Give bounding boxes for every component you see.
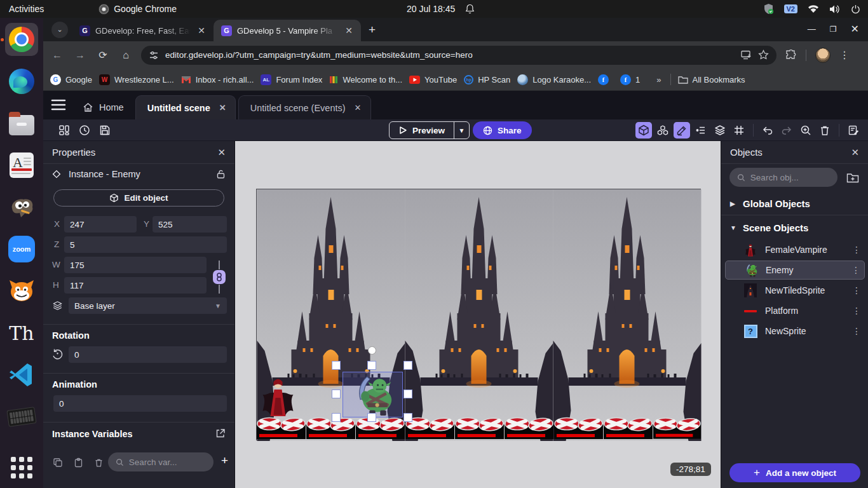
activities-button[interactable]: Activities bbox=[9, 4, 44, 14]
object-row-enemy[interactable]: Enemy ⋮ bbox=[725, 261, 865, 280]
layers-icon[interactable] bbox=[712, 122, 728, 139]
dock-edge[interactable] bbox=[5, 65, 38, 98]
bookmark-welcome[interactable]: Welcome to th... bbox=[329, 75, 402, 85]
bookmark-star-icon[interactable] bbox=[758, 50, 769, 60]
tab-untitled-scene-events[interactable]: Untitled scene (Events) ✕ bbox=[238, 95, 371, 119]
profile-avatar[interactable] bbox=[815, 48, 831, 63]
bookmark-facebook-2[interactable]: f1 bbox=[620, 74, 640, 85]
new-tab-button[interactable]: + bbox=[369, 23, 376, 37]
open-external-icon[interactable] bbox=[215, 428, 226, 438]
resize-handle-ne[interactable] bbox=[403, 361, 412, 370]
link-dimensions-icon[interactable] bbox=[213, 270, 226, 284]
tab-home[interactable]: Home bbox=[71, 95, 135, 119]
grid-icon[interactable] bbox=[731, 122, 747, 139]
toggle-3d-view-icon[interactable] bbox=[635, 122, 652, 139]
chrome-menu-kebab-icon[interactable]: ⋮ bbox=[836, 46, 853, 64]
scene-objects-group[interactable]: ▼ Scene Objects bbox=[721, 220, 868, 235]
scene-canvas[interactable]: -278;81 bbox=[235, 141, 721, 488]
object-row-femalevampire[interactable]: FemaleVampire ⋮ bbox=[725, 240, 865, 259]
undo-icon[interactable] bbox=[759, 122, 776, 139]
trash-icon[interactable] bbox=[92, 456, 105, 470]
resize-handle-se[interactable] bbox=[403, 413, 412, 422]
close-panel-icon[interactable]: ✕ bbox=[217, 147, 226, 158]
system-clock[interactable]: 20 Jul 18:45 bbox=[407, 4, 455, 14]
dock-chrome[interactable] bbox=[5, 23, 38, 56]
dock-files[interactable] bbox=[5, 107, 38, 140]
open-project-manager-icon[interactable] bbox=[56, 122, 72, 139]
focused-app-menu[interactable]: Google Chrome bbox=[98, 4, 177, 15]
version-history-icon[interactable] bbox=[76, 122, 93, 139]
objects-search-input[interactable] bbox=[750, 173, 830, 182]
selection-rectangle[interactable] bbox=[342, 372, 403, 417]
bookmark-forum-index[interactable]: ALForum Index bbox=[261, 74, 322, 85]
dock-zoom[interactable]: zoom bbox=[5, 233, 38, 266]
bookmark-facebook-1[interactable]: f bbox=[598, 74, 613, 85]
tab-close-icon[interactable]: ✕ bbox=[196, 25, 207, 36]
resize-handle-e[interactable] bbox=[403, 390, 412, 398]
edit-object-button[interactable]: Edit object bbox=[53, 189, 224, 207]
add-variable-button[interactable]: + bbox=[221, 454, 228, 468]
add-new-object-button[interactable]: + Add a new object bbox=[729, 463, 860, 482]
main-menu-hamburger-icon[interactable] bbox=[51, 98, 66, 112]
window-maximize-button[interactable]: ❐ bbox=[830, 25, 837, 34]
instances-list-icon[interactable] bbox=[693, 122, 709, 139]
browser-tab-2[interactable]: G GDevelop 5 - Vampire Pla ✕ bbox=[214, 20, 361, 41]
scene-viewport[interactable] bbox=[256, 189, 701, 440]
kebab-menu-icon[interactable]: ⋮ bbox=[852, 326, 861, 336]
object-row-newtiledsprite[interactable]: NewTiledSprite ⋮ bbox=[725, 281, 865, 300]
kebab-menu-icon[interactable]: ⋮ bbox=[852, 306, 861, 316]
dock-scratch[interactable] bbox=[5, 274, 38, 308]
close-tab-icon[interactable]: ✕ bbox=[355, 103, 362, 112]
z-input[interactable] bbox=[64, 236, 227, 253]
y-input[interactable] bbox=[153, 216, 227, 233]
objects-list-icon[interactable] bbox=[654, 122, 671, 139]
rotation-input[interactable] bbox=[69, 346, 227, 363]
w-input[interactable] bbox=[64, 257, 207, 273]
share-button[interactable]: Share bbox=[473, 121, 532, 139]
extensions-puzzle-icon[interactable] bbox=[785, 50, 797, 61]
url-omnibox[interactable]: editor.gdevelop.io/?utm_campaign=try&utm… bbox=[141, 46, 776, 65]
bookmark-logo-karaoke[interactable]: Logo Karaoke... bbox=[517, 74, 591, 85]
layer-select[interactable]: Base layer ▼ bbox=[69, 297, 227, 314]
bookmark-inbox[interactable]: Inbox - rich.all... bbox=[181, 75, 254, 85]
window-minimize-button[interactable]: — bbox=[808, 24, 816, 34]
bookmark-youtube[interactable]: YouTube bbox=[409, 75, 457, 85]
variables-search[interactable] bbox=[108, 452, 214, 471]
reload-icon[interactable]: ⟳ bbox=[94, 46, 112, 64]
scene-properties-icon[interactable] bbox=[845, 122, 862, 139]
animation-input[interactable] bbox=[53, 395, 227, 412]
kebab-menu-icon[interactable]: ⋮ bbox=[852, 285, 861, 295]
resize-handle-w[interactable] bbox=[332, 390, 341, 398]
kebab-menu-icon[interactable]: ⋮ bbox=[852, 245, 861, 255]
dock-vscode[interactable] bbox=[5, 358, 38, 391]
forward-icon[interactable]: → bbox=[71, 46, 89, 64]
bookmark-wrestlezone[interactable]: WWrestlezone L... bbox=[99, 74, 174, 85]
delete-trash-icon[interactable] bbox=[817, 122, 833, 139]
preview-button[interactable]: Preview bbox=[390, 122, 454, 139]
tab-untitled-scene[interactable]: Untitled scene ✕ bbox=[135, 95, 236, 119]
bookmarks-overflow-chevron[interactable]: » bbox=[656, 75, 661, 85]
kebab-menu-icon[interactable]: ⋮ bbox=[851, 265, 860, 275]
dock-keyboard-app[interactable] bbox=[5, 400, 38, 433]
dock-app-grid[interactable] bbox=[5, 451, 38, 484]
all-bookmarks-button[interactable]: All Bookmarks bbox=[678, 75, 745, 85]
object-row-platform[interactable]: Platform ⋮ bbox=[725, 301, 865, 320]
notification-bell-icon[interactable] bbox=[465, 4, 475, 14]
install-app-icon[interactable] bbox=[741, 50, 752, 60]
zoom-in-icon[interactable] bbox=[797, 122, 814, 139]
dock-document-viewer[interactable]: A bbox=[5, 149, 38, 182]
system-tray[interactable]: V2 bbox=[763, 3, 860, 15]
close-tab-icon[interactable]: ✕ bbox=[219, 103, 226, 112]
resize-handle-nw[interactable] bbox=[332, 361, 341, 370]
resize-handle-n[interactable] bbox=[367, 361, 376, 370]
add-folder-icon[interactable] bbox=[846, 172, 859, 183]
dock-gimp[interactable] bbox=[5, 191, 38, 224]
h-input[interactable] bbox=[64, 277, 207, 294]
bookmark-google[interactable]: GGoogle bbox=[50, 74, 92, 85]
copy-icon[interactable] bbox=[51, 456, 65, 470]
bookmark-hp-scan[interactable]: hpHP Scan bbox=[464, 75, 510, 85]
objects-search[interactable] bbox=[729, 168, 837, 187]
variables-search-input[interactable] bbox=[129, 458, 206, 467]
object-row-newsprite[interactable]: ? NewSprite ⋮ bbox=[725, 322, 865, 341]
tab-search-button[interactable]: ⌄ bbox=[51, 22, 68, 38]
